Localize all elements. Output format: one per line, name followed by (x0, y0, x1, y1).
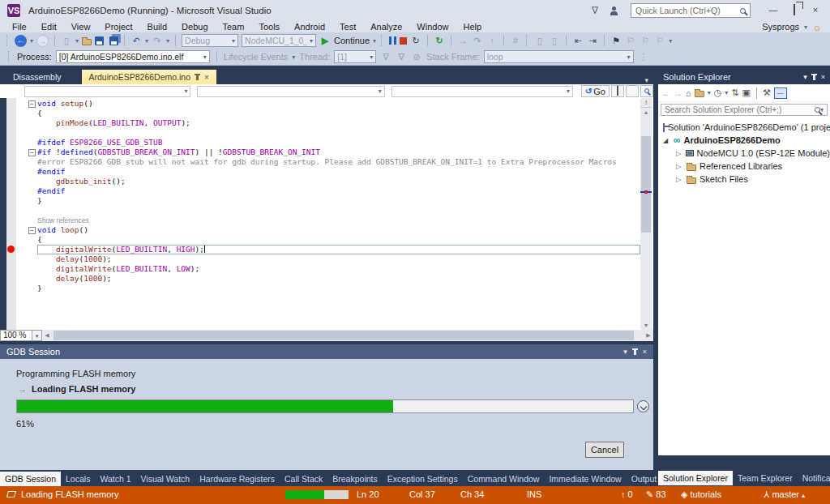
code-line[interactable]: #ifdef ESP8266_USE_GDB_STUB (0, 138, 640, 147)
tab-team-explorer[interactable]: Team Explorer (733, 471, 798, 485)
branch-indicator[interactable]: Y master ▴ (764, 489, 805, 499)
tab-disassembly[interactable]: Disassembly (6, 70, 69, 84)
breakpoint-dot[interactable] (7, 246, 15, 253)
close-button[interactable]: × (807, 4, 824, 17)
account-person-icon[interactable] (610, 6, 619, 15)
zoom-dropdown-icon[interactable]: ▾ (32, 330, 42, 341)
minimize-button[interactable]: — (765, 4, 781, 17)
navigate-forward-button[interactable]: → (36, 35, 49, 47)
menu-file[interactable]: File (5, 22, 34, 32)
show-source-icon[interactable]: ▯ (549, 34, 560, 47)
toolbar-grip[interactable] (381, 35, 384, 46)
gdb-session-title-bar[interactable]: GDB Session ▾ × (0, 344, 653, 359)
code-line[interactable]: Show references (0, 216, 640, 225)
suspend-filter-icon[interactable]: ⊘ (411, 50, 422, 63)
scroll-left-icon[interactable]: ◀ (42, 332, 52, 339)
window-position-chevron-icon[interactable]: ▾ (803, 73, 807, 81)
continue-button[interactable]: Continue (334, 36, 370, 45)
sync-with-active-document-icon[interactable]: ⇅ (731, 88, 738, 98)
tab-breakpoints[interactable]: Breakpoints (327, 472, 382, 486)
find-button[interactable] (640, 85, 653, 97)
type-dropdown[interactable]: ▾ (197, 86, 384, 97)
horizontal-scroll-thumb[interactable] (53, 331, 634, 340)
menu-analyze[interactable]: Analyze (363, 22, 409, 32)
show-threads-icon[interactable]: ▯ (534, 34, 545, 47)
break-all-icon[interactable] (389, 36, 396, 45)
hex-display-icon[interactable]: # (510, 34, 521, 47)
menu-team[interactable]: Team (216, 22, 252, 32)
tab-command-window[interactable]: Command Window (463, 472, 545, 486)
code-line[interactable]: delay(1000); (0, 274, 640, 284)
go-button[interactable]: ↺ Go (581, 85, 610, 97)
expand-details-button[interactable] (637, 400, 649, 412)
cancel-button[interactable]: Cancel (585, 442, 624, 458)
thread-combo[interactable]: [1] ▾ (334, 50, 376, 63)
clear-bookmarks-icon[interactable]: ⚐ (654, 34, 665, 47)
settings-sun-icon[interactable]: ☼ (812, 21, 822, 33)
code-line[interactable]: { (0, 109, 640, 118)
tab-watch-1[interactable]: Watch 1 (95, 472, 135, 486)
open-file-icon[interactable] (82, 39, 92, 45)
code-line[interactable]: } (0, 284, 640, 293)
toolbar-grip[interactable] (526, 35, 529, 46)
expander-closed-icon[interactable]: ▷ (676, 176, 683, 183)
pin-icon[interactable] (634, 349, 636, 355)
tree-row-sketch-files[interactable]: ▷ Sketch Files (658, 173, 830, 186)
navigate-back-button[interactable]: ← (15, 35, 27, 47)
horizontal-scrollbar[interactable] (52, 330, 644, 341)
tab-arduinoesp8266demo-ino[interactable]: ArduinoESP8266Demo.ino × (82, 70, 216, 84)
close-icon[interactable]: × (204, 73, 209, 82)
compare-button[interactable] (626, 85, 639, 97)
solution-explorer-title-bar[interactable]: Solution Explorer ▾ × (658, 70, 830, 84)
chevron-down-icon[interactable]: ▾ (725, 89, 728, 96)
code-line[interactable]: #endif (0, 167, 640, 177)
pin-icon[interactable] (813, 75, 815, 80)
code-line[interactable]: −void loop() (0, 225, 640, 235)
tree-row-board[interactable]: ▷ NodeMCU 1.0 (ESP-12E Module) (658, 147, 830, 160)
home-icon[interactable]: ⌂ (686, 88, 691, 98)
member-dropdown[interactable]: ▾ (391, 86, 573, 97)
split-editor-handle[interactable]: ↕ (640, 98, 652, 108)
code-line[interactable]: gdbstub_init(); (0, 177, 640, 186)
code-line[interactable]: pinMode(LED_BUILTIN, OUTPUT); (0, 118, 640, 128)
forward-icon[interactable]: → (674, 88, 682, 98)
menu-edit[interactable]: Edit (34, 22, 64, 32)
quick-launch-input[interactable]: Quick Launch (Ctrl+Q) (631, 3, 751, 18)
menu-tools[interactable]: Tools (251, 22, 287, 32)
tab-output[interactable]: Output (627, 472, 662, 486)
toggle-bookmark-icon[interactable]: ⚑ (610, 34, 622, 47)
toolbar-grip[interactable] (6, 35, 10, 46)
restore-button[interactable] (786, 4, 802, 17)
menu-debug[interactable]: Debug (174, 22, 215, 32)
code-line[interactable]: #error ESP8266 GDB stub will not wait fo… (0, 157, 640, 167)
tab-gdb-session[interactable]: GDB Session (0, 472, 61, 486)
tab-exception-settings[interactable]: Exception Settings (383, 472, 463, 486)
fold-marker-icon[interactable]: − (28, 100, 36, 108)
scroll-right-icon[interactable]: ▶ (644, 332, 653, 339)
preview-selected-items-toggle[interactable]: — (774, 88, 787, 99)
new-item-button[interactable]: ▯ (61, 34, 72, 47)
scroll-up-icon[interactable]: ▲ (640, 108, 652, 117)
uncommitted-edits-indicator[interactable]: ✎ 83 (646, 489, 666, 500)
undo-dropdown-icon[interactable]: ▾ (145, 37, 148, 45)
menu-window[interactable]: Window (409, 22, 456, 32)
collapse-all-icon[interactable] (695, 91, 704, 97)
toolbar-grip[interactable] (8, 51, 11, 62)
chevron-down-icon[interactable]: ▾ (708, 89, 711, 96)
undo-icon[interactable]: ↶ (130, 34, 142, 47)
back-dropdown-icon[interactable]: ▾ (30, 37, 33, 45)
view-file-button[interactable] (611, 85, 624, 97)
menu-test[interactable]: Test (332, 22, 363, 32)
indent-increase-icon[interactable]: ⇥ (587, 34, 598, 47)
indent-decrease-icon[interactable]: ⇤ (572, 34, 584, 47)
board-combo[interactable]: NodeMCU_1_0_(E ▾ (242, 34, 316, 47)
code-editor[interactable]: −void setup(){ pinMode(LED_BUILTIN, OUTP… (0, 98, 653, 330)
code-line[interactable] (0, 128, 640, 138)
menu-build[interactable]: Build (140, 22, 174, 32)
stop-debugging-icon[interactable] (400, 37, 407, 45)
feedback-filter-icon[interactable]: ∇ (592, 5, 598, 16)
toolbar-overflow-icon[interactable]: ▾ (669, 37, 672, 45)
menu-view[interactable]: View (64, 22, 98, 32)
solution-explorer-search-input[interactable]: Search Solution Explorer (Ctrl+;) ▾ (661, 104, 828, 116)
code-line[interactable]: { (0, 235, 640, 245)
